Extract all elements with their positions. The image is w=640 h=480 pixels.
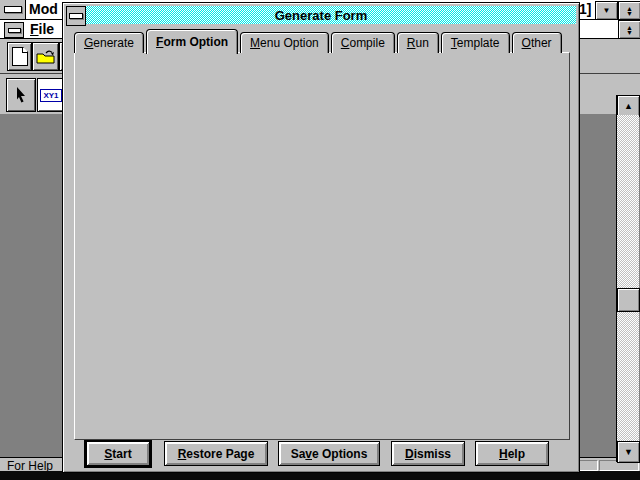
minimize-button[interactable]: ▼ — [595, 1, 618, 20]
scroll-down-icon: ▼ — [624, 447, 633, 457]
start-button[interactable]: Start — [86, 441, 150, 466]
tab-form-option[interactable]: Form Option — [146, 29, 238, 54]
save-options-button[interactable]: Save Options — [278, 441, 380, 466]
tab-strip: Generate Form Option Menu Option Compile… — [74, 29, 562, 53]
child-restore-down-icon: ▼ — [626, 30, 633, 35]
restore-page-button[interactable]: Restore Page — [164, 441, 268, 466]
app-title-right: 1] — [579, 1, 591, 17]
scrollbar-track[interactable] — [617, 115, 639, 442]
xy1-icon: XY1 — [40, 89, 61, 102]
help-button[interactable]: Help — [475, 441, 549, 466]
form-option-page — [74, 52, 570, 440]
child-system-menu-button[interactable] — [4, 22, 24, 38]
new-document-button[interactable] — [7, 42, 32, 71]
minimize-icon: ▼ — [603, 7, 611, 15]
generate-form-dialog: Generate Form Generate Form Option Menu … — [62, 2, 580, 473]
status-pane-1 — [578, 460, 598, 471]
system-menu-icon — [4, 6, 22, 13]
new-document-icon — [12, 47, 28, 66]
tab-generate[interactable]: Generate — [74, 32, 144, 53]
tab-template[interactable]: Template — [441, 32, 510, 53]
xy1-tool-button[interactable]: XY1 — [37, 78, 65, 112]
pointer-arrow-icon — [14, 86, 28, 104]
screen: Mod 1] ▼ ▲ ▼ File ▲ ▼ — [0, 0, 640, 480]
app-system-menu-button[interactable] — [0, 0, 26, 19]
child-system-menu-icon — [8, 28, 21, 33]
vertical-scrollbar[interactable]: ▲ ▼ — [616, 95, 639, 462]
scroll-up-button[interactable]: ▲ — [617, 95, 640, 117]
dialog-system-menu-button[interactable] — [66, 6, 86, 26]
restore-button[interactable]: ▲ ▼ — [618, 1, 640, 20]
scroll-up-icon: ▲ — [624, 101, 633, 111]
dialog-system-menu-icon — [69, 13, 83, 19]
scrollbar-thumb[interactable] — [617, 288, 640, 312]
dialog-title: Generate Form — [66, 8, 576, 23]
tab-compile[interactable]: Compile — [331, 32, 395, 53]
scroll-down-button[interactable]: ▼ — [617, 441, 640, 463]
child-restore-button[interactable]: ▲ ▼ — [618, 20, 640, 39]
restore-down-icon: ▼ — [626, 11, 633, 16]
app-title-left: Mod — [29, 1, 58, 17]
open-file-button[interactable] — [32, 42, 59, 71]
tab-menu-option[interactable]: Menu Option — [240, 32, 329, 53]
tab-other[interactable]: Other — [512, 32, 562, 53]
pointer-tool-button[interactable] — [6, 78, 36, 112]
dismiss-button[interactable]: Dismiss — [391, 441, 465, 466]
menu-item-file[interactable]: File — [30, 21, 54, 37]
open-folder-icon — [36, 49, 56, 65]
dialog-titlebar: Generate Form — [66, 6, 576, 24]
tab-run[interactable]: Run — [397, 32, 439, 53]
